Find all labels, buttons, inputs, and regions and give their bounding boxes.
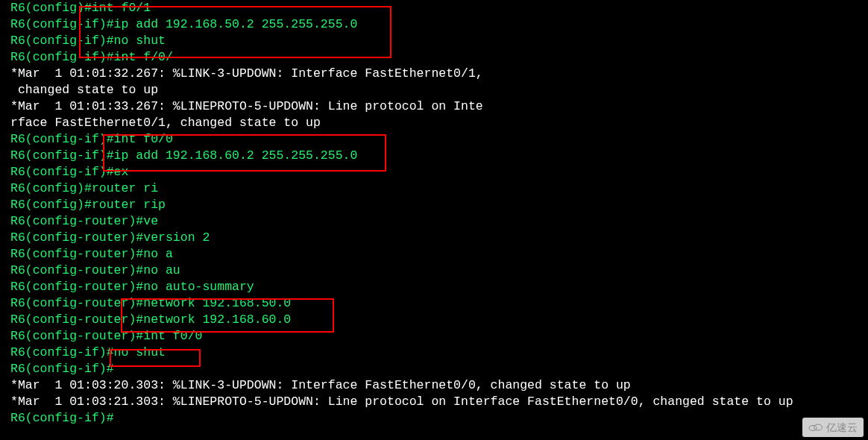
terminal-line: changed state to up [10, 82, 868, 98]
terminal-line: R6(config-router)#no a [10, 246, 868, 263]
terminal-line: rface FastEthernet0/1, changed state to … [10, 115, 868, 131]
terminal-line: *Mar 1 01:03:20.303: %LINK-3-UPDOWN: Int… [10, 377, 868, 394]
terminal-line: R6(config-if)#ip add 192.168.50.2 255.25… [10, 16, 868, 33]
terminal-line: R6(config-if)# [10, 410, 868, 427]
terminal-line: *Mar 1 01:01:32.267: %LINK-3-UPDOWN: Int… [10, 66, 868, 82]
terminal-line: R6(config)#router rip [10, 197, 868, 213]
terminal-line: *Mar 1 01:03:21.303: %LINEPROTO-5-UPDOWN… [10, 394, 868, 410]
watermark-text: 亿速云 [826, 419, 858, 436]
terminal-line: R6(config-if)#no shut [10, 33, 868, 49]
terminal-line: R6(config-router)#no au [10, 263, 868, 279]
terminal-line: R6(config-router)#int f0/0 [10, 328, 868, 345]
terminal-line: R6(config-if)#int f/0/ [10, 49, 868, 66]
terminal-line: R6(config-if)#ip add 192.168.60.2 255.25… [10, 148, 868, 164]
terminal-window[interactable]: R6(config)#int f0/1R6(config-if)#ip add … [0, 0, 868, 440]
terminal-line: R6(config-if)#int f0/0 [10, 131, 868, 148]
terminal-line: R6(config-router)#ve [10, 213, 868, 230]
terminal-line: R6(config-if)# [10, 361, 868, 377]
terminal-line: *Mar 1 01:01:33.267: %LINEPROTO-5-UPDOWN… [10, 98, 868, 115]
terminal-line: R6(config-if)#ex [10, 164, 868, 180]
terminal-line: R6(config-if)#no shut [10, 345, 868, 361]
terminal-line: R6(config-router)#version 2 [10, 230, 868, 246]
terminal-line: R6(config)#router ri [10, 180, 868, 197]
terminal-line: R6(config-router)#no auto-summary [10, 279, 868, 295]
terminal-line: R6(config)#int f0/1 [10, 0, 868, 16]
cloud-icon [807, 422, 823, 433]
terminal-line: R6(config-router)#network 192.168.60.0 [10, 312, 868, 328]
svg-point-1 [814, 424, 823, 430]
watermark: 亿速云 [802, 418, 864, 437]
terminal-line: R6(config-router)#network 192.168.50.0 [10, 295, 868, 312]
